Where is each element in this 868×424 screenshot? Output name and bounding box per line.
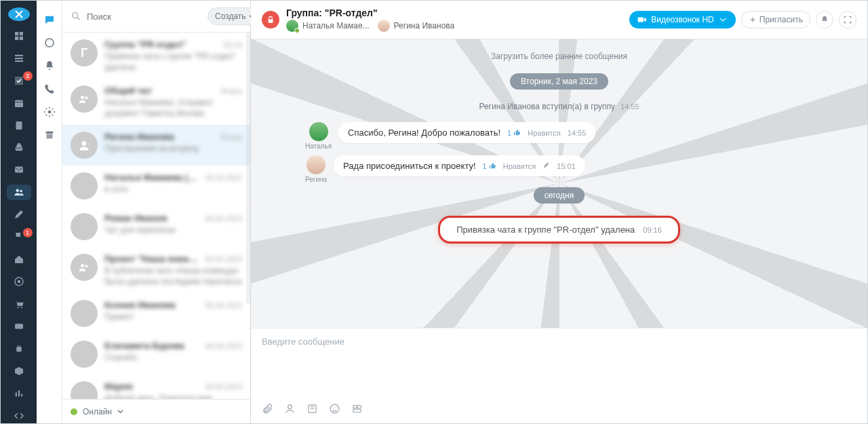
chat-main: Группа: "PR-отдел" Наталья Мамае... Реги… [251,1,867,423]
svg-rect-0 [15,100,23,107]
drive-icon [13,141,25,153]
chat-title: Группа: "PR-отдел" [286,7,623,18]
thumbs-up-icon [513,129,521,136]
smile-icon [329,403,340,415]
system-message-join: Регина Иванова вступил(а) в группу14:55 [278,102,840,111]
message-likes[interactable]: 1 [507,129,521,137]
rail-item-people[interactable] [7,185,31,200]
chat-list-item[interactable]: Наталья Мамаева (это вы)30.04.2023в сети [62,166,250,206]
message-text: Спасибо, Регина! Добро пожаловать! [348,128,500,138]
chat-list-item[interactable]: Роман Иванов30.04.2023Чат для переписки [62,206,250,247]
svg-rect-31 [357,406,361,408]
calls-tab[interactable] [43,82,56,96]
chat-members: Наталья Мамае... Регина Иванова [286,20,623,32]
message-likes[interactable]: 1 [483,162,496,170]
archive-tab[interactable] [43,128,56,142]
record-button[interactable] [351,403,363,417]
chat-list-item[interactable]: Регина ИвановаВчераПриглашение на встреч… [62,125,250,166]
svg-point-17 [73,13,78,18]
chat-avatar [71,381,98,399]
channels-tab[interactable] [43,36,56,50]
edited-icon [542,161,550,171]
chat-name: Ксения Иванова [104,300,176,310]
message-avatar[interactable] [309,122,328,141]
chat-list-item[interactable]: Общий чатВчераНаталья Мамаева: отправил … [62,79,250,125]
mute-button[interactable] [816,11,833,28]
attach-button[interactable] [262,403,273,417]
message-text: Рада присоединиться к проекту! [343,161,476,171]
person-icon [284,403,296,415]
rail-item-tasks[interactable]: 3 [7,73,31,88]
rail-item-drive[interactable] [7,140,31,155]
rail-item-mail[interactable] [7,162,31,178]
gear-icon [43,106,56,118]
create-label: Создать [215,12,246,21]
load-earlier-link[interactable]: Загрузить более ранние сообщения [278,52,840,61]
search-field[interactable] [71,11,202,22]
rail-item-home[interactable] [7,252,31,267]
notifications-tab[interactable] [43,59,56,73]
chat-body[interactable]: Загрузить более ранние сообщения Вторник… [251,39,867,328]
expand-button[interactable] [839,11,856,28]
rail-item-cart[interactable] [7,296,31,311]
svg-rect-10 [16,347,22,352]
svg-rect-23 [269,19,273,22]
invite-button[interactable]: Пригласить [741,11,810,28]
rail-item-box[interactable] [7,363,31,379]
rail-item-docs[interactable] [7,117,31,133]
message-avatar[interactable] [307,155,326,174]
svg-point-18 [81,96,84,99]
rail-close-button[interactable] [8,7,30,21]
chat-list-item[interactable]: Ксения Иванова30.04.2023Привет! [62,293,250,334]
chat-title-block[interactable]: Группа: "PR-отдел" Наталья Мамае... Реги… [286,7,623,32]
status-bar[interactable]: Онлайн [62,399,250,423]
chat-name: Наталья Мамаева (это вы) [104,172,201,182]
rail-item-code[interactable] [7,408,31,423]
message-bubble[interactable]: Спасибо, Регина! Добро пожаловать! 1 Нра… [338,122,595,143]
chat-avatar [71,300,98,327]
chat-list-item[interactable]: Проект "Наша команда"30.04.2023В публичн… [62,247,250,293]
chat-preview: Привет! [104,312,242,323]
search-input[interactable] [85,11,202,22]
chats-tab[interactable] [43,13,56,26]
chat-name: Регина Иванова [104,132,174,142]
scrollbar[interactable] [246,33,250,304]
svg-point-8 [20,307,22,308]
rail-item-flag[interactable]: 1 [7,229,31,245]
quote-icon [307,403,318,415]
mention-button[interactable] [284,403,296,417]
chat-list-item[interactable]: Мария29.04.2023Добрый день. Помогите мне… [62,374,250,399]
unbind-notice: Привязка чата к группе "PR-отдел" удален… [438,216,680,244]
paperclip-icon [262,403,273,415]
chat-list[interactable]: ГГруппа "PR-отдел"09:16Привязка чата к г… [62,33,250,399]
date-separator: Вторник, 2 мая 2023 [278,73,840,90]
chat-preview: Наталья Мамаева: отправил документ Памят… [104,98,242,118]
settings-tab[interactable] [43,105,56,119]
like-label[interactable]: Нравится [528,129,561,137]
rail-item-card[interactable] [7,318,31,334]
rail-item-android[interactable] [7,341,31,356]
home-icon [13,253,25,265]
rail-item-grid[interactable] [7,28,31,43]
rail-item-calendar[interactable] [7,95,31,111]
svg-rect-9 [15,324,23,329]
svg-point-29 [336,407,336,408]
rail-item-analytics[interactable] [7,385,31,401]
rail-item-target[interactable] [7,274,31,290]
chat-header: Группа: "PR-отдел" Наталья Мамае... Реги… [251,1,867,39]
message-bubble[interactable]: Рада присоединиться к проекту! 1 Нравитс… [334,155,585,176]
people-icon [77,261,91,274]
chat-list-item[interactable]: ГГруппа "PR-отдел"09:16Привязка чата к г… [62,33,250,79]
code-icon [13,410,25,422]
svg-rect-32 [353,409,361,412]
like-label[interactable]: Нравится [503,162,536,170]
rail-item-sign[interactable] [7,207,31,223]
rail-item-list[interactable] [7,50,31,66]
emoji-button[interactable] [329,403,340,417]
message-input[interactable]: Введите сообщение [251,328,867,396]
chat-list-item[interactable]: Елизавета Бурова30.04.2023Спасибо [62,334,250,374]
status-label: Онлайн [83,407,112,417]
chat-date: 30.04.2023 [205,174,242,182]
video-call-button[interactable]: Видеозвонок HD [629,11,736,28]
quote-button[interactable] [307,403,318,417]
